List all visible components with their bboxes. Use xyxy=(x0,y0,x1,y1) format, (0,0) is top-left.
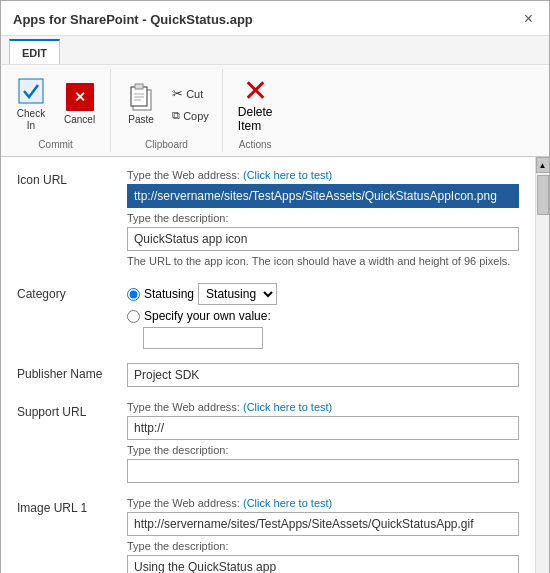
image-url-1-fields: Type the Web address: (Click here to tes… xyxy=(127,497,519,573)
commit-group-label: Commit xyxy=(38,139,72,150)
support-url-input[interactable] xyxy=(127,416,519,440)
svg-rect-3 xyxy=(135,84,143,89)
support-url-label: Support URL xyxy=(17,401,127,419)
image-description-input[interactable] xyxy=(127,555,519,573)
category-row: Category Statusing Statusing Specify xyxy=(17,283,519,349)
cancel-icon: ✕ xyxy=(65,82,95,112)
copy-icon: ⧉ xyxy=(172,109,180,122)
support-url-fields: Type the Web address: (Click here to tes… xyxy=(127,401,519,483)
support-url-row: Support URL Type the Web address: (Click… xyxy=(17,401,519,483)
image-url-1-input[interactable] xyxy=(127,512,519,536)
publisher-name-fields xyxy=(127,363,519,387)
icon-url-label: Icon URL xyxy=(17,169,127,187)
paste-button[interactable]: Paste xyxy=(119,78,163,130)
cancel-label: Cancel xyxy=(64,114,95,126)
scrollbar[interactable]: ▲ xyxy=(535,157,549,573)
publisher-name-row: Publisher Name xyxy=(17,363,519,387)
check-in-button[interactable]: CheckIn xyxy=(9,72,53,136)
tab-edit[interactable]: EDIT xyxy=(9,39,60,64)
icon-url-hint: Type the Web address: (Click here to tes… xyxy=(127,169,519,181)
icon-url-fields: Type the Web address: (Click here to tes… xyxy=(127,169,519,269)
category-custom-row: Specify your own value: xyxy=(127,309,519,323)
clipboard-group-label: Clipboard xyxy=(145,139,188,150)
check-in-label: CheckIn xyxy=(17,108,45,132)
category-radio-group: Statusing Statusing Specify your own val… xyxy=(127,283,519,349)
image-url-1-test-link[interactable]: (Click here to test) xyxy=(243,497,332,509)
icon-url-input[interactable] xyxy=(127,184,519,208)
copy-button[interactable]: ⧉ Copy xyxy=(167,106,214,125)
category-custom-label: Specify your own value: xyxy=(144,309,271,323)
ribbon: EDIT CheckIn xyxy=(1,36,549,157)
category-statusing-label: Statusing xyxy=(144,287,194,301)
publisher-name-label: Publisher Name xyxy=(17,363,127,381)
ribbon-tabs: EDIT xyxy=(1,36,549,64)
cut-copy-group: ✂ Cut ⧉ Copy xyxy=(167,83,214,125)
image-desc-hint: Type the description: xyxy=(127,540,519,552)
close-button[interactable]: × xyxy=(520,9,537,29)
support-description-input[interactable] xyxy=(127,459,519,483)
ribbon-group-clipboard: Paste ✂ Cut ⧉ Copy Clipboard xyxy=(111,69,223,152)
icon-url-test-link[interactable]: (Click here to test) xyxy=(243,169,332,181)
paste-label: Paste xyxy=(128,114,154,126)
icon-url-note: The URL to the app icon. The icon should… xyxy=(127,254,519,269)
title-bar: Apps for SharePoint - QuickStatus.app × xyxy=(1,1,549,36)
category-select[interactable]: Statusing xyxy=(198,283,277,305)
dialog-title: Apps for SharePoint - QuickStatus.app xyxy=(13,12,253,27)
form-content: Icon URL Type the Web address: (Click he… xyxy=(1,157,535,573)
form-area: Icon URL Type the Web address: (Click he… xyxy=(1,157,549,573)
category-statusing-row: Statusing Statusing xyxy=(127,283,519,305)
main-dialog: Apps for SharePoint - QuickStatus.app × … xyxy=(0,0,550,573)
category-custom-input[interactable] xyxy=(143,327,263,349)
ribbon-content: CheckIn ✕ Cancel Commit xyxy=(1,64,549,156)
category-custom-radio[interactable] xyxy=(127,310,140,323)
support-url-hint: Type the Web address: (Click here to tes… xyxy=(127,401,519,413)
copy-label: Copy xyxy=(183,110,209,122)
publisher-name-input[interactable] xyxy=(127,363,519,387)
paste-icon xyxy=(126,82,156,112)
icon-description-input[interactable] xyxy=(127,227,519,251)
support-url-test-link[interactable]: (Click here to test) xyxy=(243,401,332,413)
clipboard-buttons: Paste ✂ Cut ⧉ Copy xyxy=(119,71,214,137)
image-url-1-hint: Type the Web address: (Click here to tes… xyxy=(127,497,519,509)
cut-button[interactable]: ✂ Cut xyxy=(167,83,214,104)
icon-desc-hint: Type the description: xyxy=(127,212,519,224)
cut-label: Cut xyxy=(186,88,203,100)
check-in-icon xyxy=(16,76,46,106)
cut-icon: ✂ xyxy=(172,86,183,101)
image-url-1-row: Image URL 1 Type the Web address: (Click… xyxy=(17,497,519,573)
actions-buttons: DeleteItem xyxy=(231,71,280,137)
scroll-up-button[interactable]: ▲ xyxy=(536,157,550,173)
ribbon-group-actions: DeleteItem Actions xyxy=(223,69,288,152)
image-url-1-label: Image URL 1 xyxy=(17,497,127,515)
icon-url-row: Icon URL Type the Web address: (Click he… xyxy=(17,169,519,269)
delete-item-button[interactable]: DeleteItem xyxy=(231,71,280,137)
ribbon-group-commit: CheckIn ✕ Cancel Commit xyxy=(1,69,111,152)
commit-buttons: CheckIn ✕ Cancel xyxy=(9,71,102,137)
delete-item-label: DeleteItem xyxy=(238,105,273,133)
category-statusing-radio[interactable] xyxy=(127,288,140,301)
delete-icon xyxy=(240,75,270,105)
category-label: Category xyxy=(17,283,127,301)
cancel-button[interactable]: ✕ Cancel xyxy=(57,78,102,130)
support-desc-hint: Type the description: xyxy=(127,444,519,456)
actions-group-label: Actions xyxy=(239,139,272,150)
scroll-thumb[interactable] xyxy=(537,175,549,215)
category-fields: Statusing Statusing Specify your own val… xyxy=(127,283,519,349)
svg-rect-0 xyxy=(19,79,43,103)
